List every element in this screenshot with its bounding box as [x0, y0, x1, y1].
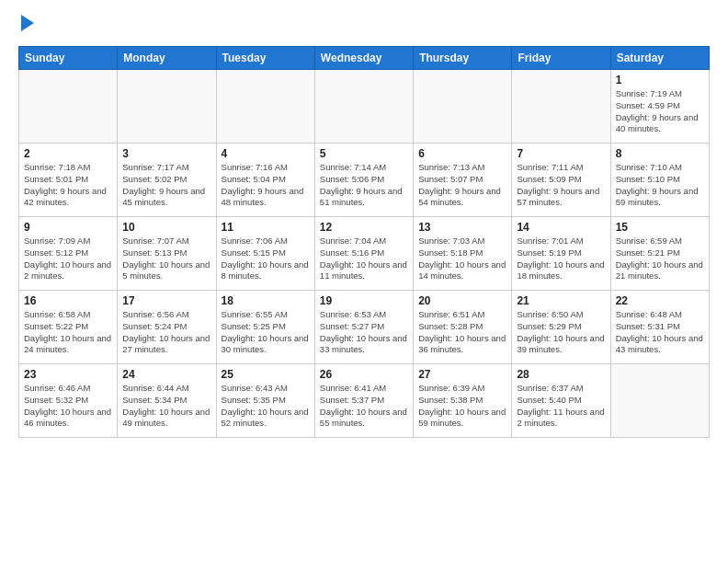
day-info: Sunrise: 6:46 AM Sunset: 5:32 PM Dayligh… — [24, 383, 112, 430]
day-number: 21 — [517, 294, 605, 307]
calendar-header-friday: Friday — [512, 47, 610, 70]
day-info: Sunrise: 7:09 AM Sunset: 5:12 PM Dayligh… — [24, 236, 112, 282]
calendar-cell: 9Sunrise: 7:09 AM Sunset: 5:12 PM Daylig… — [19, 217, 118, 291]
calendar-cell: 24Sunrise: 6:44 AM Sunset: 5:34 PM Dayli… — [118, 364, 216, 438]
calendar-cell: 7Sunrise: 7:11 AM Sunset: 5:09 PM Daylig… — [512, 144, 610, 217]
logo — [18, 18, 34, 31]
calendar-cell: 14Sunrise: 7:01 AM Sunset: 5:19 PM Dayli… — [512, 217, 610, 291]
calendar-cell: 22Sunrise: 6:48 AM Sunset: 5:31 PM Dayli… — [610, 291, 709, 364]
calendar-cell: 28Sunrise: 6:37 AM Sunset: 5:40 PM Dayli… — [512, 364, 610, 438]
day-number: 19 — [320, 294, 408, 307]
calendar-cell — [414, 70, 512, 144]
day-number: 11 — [222, 221, 310, 234]
day-info: Sunrise: 7:13 AM Sunset: 5:07 PM Dayligh… — [418, 162, 506, 209]
calendar-header-sunday: Sunday — [19, 47, 118, 70]
calendar-cell: 27Sunrise: 6:39 AM Sunset: 5:38 PM Dayli… — [414, 364, 512, 438]
day-info: Sunrise: 7:18 AM Sunset: 5:01 PM Dayligh… — [24, 162, 112, 209]
day-number: 16 — [24, 294, 112, 307]
calendar-header-thursday: Thursday — [414, 47, 512, 70]
calendar-week-row: 9Sunrise: 7:09 AM Sunset: 5:12 PM Daylig… — [19, 217, 710, 291]
day-number: 6 — [418, 147, 506, 160]
day-number: 18 — [222, 294, 310, 307]
calendar-cell: 15Sunrise: 6:59 AM Sunset: 5:21 PM Dayli… — [610, 217, 709, 291]
calendar-cell: 8Sunrise: 7:10 AM Sunset: 5:10 PM Daylig… — [610, 144, 709, 217]
calendar-cell: 25Sunrise: 6:43 AM Sunset: 5:35 PM Dayli… — [216, 364, 314, 438]
calendar-cell: 20Sunrise: 6:51 AM Sunset: 5:28 PM Dayli… — [414, 291, 512, 364]
calendar-week-row: 1Sunrise: 7:19 AM Sunset: 4:59 PM Daylig… — [19, 70, 710, 144]
calendar-header-tuesday: Tuesday — [216, 47, 314, 70]
day-number: 26 — [320, 368, 408, 381]
calendar-header-saturday: Saturday — [610, 47, 709, 70]
day-number: 15 — [616, 221, 704, 234]
calendar-header-wednesday: Wednesday — [314, 47, 413, 70]
calendar-cell: 13Sunrise: 7:03 AM Sunset: 5:18 PM Dayli… — [414, 217, 512, 291]
day-info: Sunrise: 6:37 AM Sunset: 5:40 PM Dayligh… — [517, 383, 605, 430]
calendar-cell — [216, 70, 314, 144]
calendar-cell — [118, 70, 216, 144]
calendar-cell: 3Sunrise: 7:17 AM Sunset: 5:02 PM Daylig… — [118, 144, 216, 217]
calendar-cell — [314, 70, 413, 144]
day-number: 5 — [320, 147, 408, 160]
calendar-cell: 10Sunrise: 7:07 AM Sunset: 5:13 PM Dayli… — [118, 217, 216, 291]
day-number: 7 — [517, 147, 605, 160]
day-number: 23 — [24, 368, 112, 381]
day-number: 8 — [616, 147, 704, 160]
day-info: Sunrise: 7:06 AM Sunset: 5:15 PM Dayligh… — [222, 236, 310, 282]
day-info: Sunrise: 6:59 AM Sunset: 5:21 PM Dayligh… — [616, 236, 704, 282]
day-info: Sunrise: 6:48 AM Sunset: 5:31 PM Dayligh… — [616, 309, 704, 356]
day-number: 2 — [24, 147, 112, 160]
day-info: Sunrise: 7:10 AM Sunset: 5:10 PM Dayligh… — [616, 162, 704, 209]
day-info: Sunrise: 6:50 AM Sunset: 5:29 PM Dayligh… — [517, 309, 605, 356]
calendar-week-row: 2Sunrise: 7:18 AM Sunset: 5:01 PM Daylig… — [19, 144, 710, 217]
day-number: 12 — [320, 221, 408, 234]
day-number: 9 — [24, 221, 112, 234]
day-info: Sunrise: 6:58 AM Sunset: 5:22 PM Dayligh… — [24, 309, 112, 356]
day-info: Sunrise: 6:53 AM Sunset: 5:27 PM Dayligh… — [320, 309, 408, 356]
day-info: Sunrise: 7:16 AM Sunset: 5:04 PM Dayligh… — [222, 162, 310, 209]
day-info: Sunrise: 6:39 AM Sunset: 5:38 PM Dayligh… — [418, 383, 506, 430]
day-number: 27 — [418, 368, 506, 381]
calendar-cell: 21Sunrise: 6:50 AM Sunset: 5:29 PM Dayli… — [512, 291, 610, 364]
calendar-header-monday: Monday — [118, 47, 216, 70]
calendar-cell — [512, 70, 610, 144]
day-info: Sunrise: 6:55 AM Sunset: 5:25 PM Dayligh… — [222, 309, 310, 356]
day-info: Sunrise: 7:19 AM Sunset: 4:59 PM Dayligh… — [616, 88, 704, 135]
page-header — [18, 18, 710, 31]
day-number: 4 — [222, 147, 310, 160]
calendar-cell: 2Sunrise: 7:18 AM Sunset: 5:01 PM Daylig… — [19, 144, 118, 217]
day-number: 24 — [122, 368, 210, 381]
day-number: 25 — [222, 368, 310, 381]
day-number: 3 — [122, 147, 210, 160]
day-info: Sunrise: 6:51 AM Sunset: 5:28 PM Dayligh… — [418, 309, 506, 356]
calendar-cell: 19Sunrise: 6:53 AM Sunset: 5:27 PM Dayli… — [314, 291, 413, 364]
calendar-cell: 16Sunrise: 6:58 AM Sunset: 5:22 PM Dayli… — [19, 291, 118, 364]
calendar-cell: 1Sunrise: 7:19 AM Sunset: 4:59 PM Daylig… — [610, 70, 709, 144]
calendar-cell: 11Sunrise: 7:06 AM Sunset: 5:15 PM Dayli… — [216, 217, 314, 291]
day-number: 22 — [616, 294, 704, 307]
calendar-cell: 12Sunrise: 7:04 AM Sunset: 5:16 PM Dayli… — [314, 217, 413, 291]
logo-arrow-icon — [21, 15, 34, 31]
day-info: Sunrise: 7:17 AM Sunset: 5:02 PM Dayligh… — [122, 162, 210, 209]
day-number: 20 — [418, 294, 506, 307]
calendar-cell — [19, 70, 118, 144]
calendar-cell — [610, 364, 709, 438]
day-number: 14 — [517, 221, 605, 234]
day-number: 10 — [122, 221, 210, 234]
calendar-cell: 5Sunrise: 7:14 AM Sunset: 5:06 PM Daylig… — [314, 144, 413, 217]
day-number: 1 — [616, 74, 704, 86]
day-info: Sunrise: 7:03 AM Sunset: 5:18 PM Dayligh… — [418, 236, 506, 282]
day-number: 17 — [122, 294, 210, 307]
day-info: Sunrise: 6:43 AM Sunset: 5:35 PM Dayligh… — [222, 383, 310, 430]
calendar-cell: 6Sunrise: 7:13 AM Sunset: 5:07 PM Daylig… — [414, 144, 512, 217]
day-info: Sunrise: 7:14 AM Sunset: 5:06 PM Dayligh… — [320, 162, 408, 209]
day-info: Sunrise: 7:04 AM Sunset: 5:16 PM Dayligh… — [320, 236, 408, 282]
day-number: 28 — [517, 368, 605, 381]
day-info: Sunrise: 7:07 AM Sunset: 5:13 PM Dayligh… — [122, 236, 210, 282]
calendar-header-row: SundayMondayTuesdayWednesdayThursdayFrid… — [19, 47, 710, 70]
day-info: Sunrise: 7:01 AM Sunset: 5:19 PM Dayligh… — [517, 236, 605, 282]
calendar-cell: 18Sunrise: 6:55 AM Sunset: 5:25 PM Dayli… — [216, 291, 314, 364]
day-number: 13 — [418, 221, 506, 234]
day-info: Sunrise: 6:44 AM Sunset: 5:34 PM Dayligh… — [122, 383, 210, 430]
day-info: Sunrise: 6:56 AM Sunset: 5:24 PM Dayligh… — [122, 309, 210, 356]
calendar-cell: 26Sunrise: 6:41 AM Sunset: 5:37 PM Dayli… — [314, 364, 413, 438]
